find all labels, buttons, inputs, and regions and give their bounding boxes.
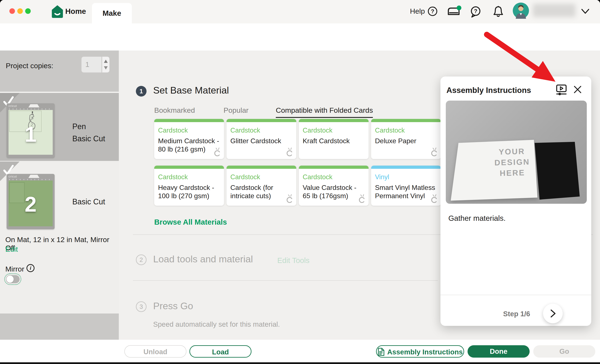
edit-mat-link[interactable]: Edit <box>5 245 18 253</box>
step-indicator: Step 1/6 <box>495 310 538 318</box>
copies-input[interactable]: 1 <box>82 57 102 73</box>
mat-2-tool-basic-cut: Basic Cut <box>72 197 105 206</box>
material-color-bar <box>154 119 224 122</box>
project-copies-section: Project copies: 1 Apply <box>0 51 119 92</box>
app-window: Home Make Help ? ? <box>0 0 600 364</box>
tab-popular[interactable]: Popular <box>224 106 248 114</box>
go-button[interactable]: Go <box>533 345 595 358</box>
material-category: Cardstock <box>158 173 188 181</box>
panel-footer-divider <box>441 295 591 295</box>
sidebar: Project copies: 1 Apply cricut <box>0 51 119 340</box>
minimize-window-icon[interactable] <box>17 8 23 14</box>
instruction-step-image: YOUR DESIGN HERE <box>446 100 587 204</box>
title-bar: Home Make Help ? ? <box>0 0 600 23</box>
your-design-here-text: YOUR DESIGN HERE <box>486 146 538 179</box>
stepper-down-icon <box>104 66 108 70</box>
material-card-glitter-cardstock[interactable]: Cardstock Glitter Cardstock <box>226 119 296 159</box>
toggle-knob <box>6 276 14 283</box>
window-bottom-edge <box>0 362 600 364</box>
material-color-bar <box>299 119 369 122</box>
step-2-badge: 2 <box>136 255 147 265</box>
material-color-bar <box>371 166 441 169</box>
instruction-caption: Gather materials. <box>448 214 506 222</box>
material-color-bar <box>226 119 296 122</box>
footer-bar: Unload Load Assembly Instructions Done G… <box>0 340 600 362</box>
video-instructions-icon[interactable] <box>555 83 568 96</box>
machine-status-icon[interactable] <box>446 5 463 18</box>
tab-make[interactable]: Make <box>92 3 132 23</box>
material-card-kraft-cardstock[interactable]: Cardstock Kraft Cardstock <box>299 119 369 159</box>
help-circle-icon[interactable]: ? <box>427 6 438 16</box>
material-card-value-cardstock[interactable]: Cardstock Value Cardstock - 65 lb (176gs… <box>299 166 369 206</box>
material-card-intricate-cardstock[interactable]: Cardstock Cardstock (for intricate cuts) <box>226 166 296 206</box>
cricut-brand-icon <box>285 194 294 204</box>
mirror-info-icon[interactable]: i <box>26 264 35 273</box>
stepper-up-icon <box>104 60 108 63</box>
assembly-instructions-label: Assembly Instructions <box>387 348 463 356</box>
svg-text:i: i <box>30 265 32 271</box>
help-menu[interactable]: Help <box>410 7 425 15</box>
svg-text:?: ? <box>474 8 477 14</box>
tab-compatible-folded-cards[interactable]: Compatible with Folded Cards <box>276 106 373 118</box>
avatar[interactable] <box>513 3 529 19</box>
material-color-bar <box>299 166 369 169</box>
panel-title: Assembly Instructions <box>446 86 531 95</box>
done-button[interactable]: Done <box>468 345 530 358</box>
step-3-subtitle: Speed automatically set for this materia… <box>153 320 280 328</box>
copies-stepper[interactable] <box>102 57 109 73</box>
close-window-icon[interactable] <box>9 8 15 14</box>
mirror-toggle[interactable] <box>4 273 21 285</box>
material-card-heavy-cardstock[interactable]: Cardstock Heavy Cardstock - 100 lb (270 … <box>154 166 224 206</box>
material-name: Smart Vinyl Matless Permanent Vinyl <box>375 183 437 200</box>
tab-bookmarked[interactable]: Bookmarked <box>154 106 195 114</box>
material-name: Cardstock (for intricate cuts) <box>230 183 292 200</box>
machine-online-badge <box>457 6 461 10</box>
step-3-title: Press Go <box>153 300 193 312</box>
mat-1-tool-basic-cut: Basic Cut <box>72 134 105 143</box>
project-header: T-Rex Birthday Card <box>0 23 600 51</box>
mat-ruler <box>9 179 52 180</box>
faq-bubble-icon[interactable]: ? <box>469 6 482 18</box>
material-color-bar <box>226 166 296 169</box>
load-button[interactable]: Load <box>189 345 252 358</box>
mat-brand-label: cricut <box>9 174 17 178</box>
edit-tools-link[interactable]: Edit Tools <box>277 256 309 265</box>
assembly-instructions-panel: Assembly Instructions YOUR DESIGN HERE G… <box>441 76 591 326</box>
step-1-title: Set Base Material <box>153 85 229 96</box>
material-card-medium-cardstock[interactable]: Cardstock Medium Cardstock - 80 lb (216 … <box>154 119 224 159</box>
unload-button[interactable]: Unload <box>124 345 187 358</box>
account-chevron-down-icon[interactable] <box>581 8 590 15</box>
mat-item-1[interactable]: cricut 1 Pen Basic Cut <box>0 92 119 161</box>
mat-item-2[interactable]: cricut 2 Basic Cut <box>0 162 119 230</box>
mat-number: 1 <box>7 124 55 145</box>
mat-settings-summary: On Mat, 12 in x 12 in Mat, Mirror Off <box>5 236 116 252</box>
cricut-brand-icon <box>429 194 438 204</box>
material-name: Heavy Cardstock - 100 lb (270 gsm) <box>158 183 220 200</box>
tab-home[interactable]: Home <box>65 7 86 16</box>
notifications-bell-icon[interactable] <box>492 5 504 18</box>
material-category: Cardstock <box>230 127 260 134</box>
mat-number: 2 <box>7 193 55 215</box>
cricut-brand-icon <box>212 147 221 157</box>
material-category: Cardstock <box>158 127 188 134</box>
next-step-button[interactable] <box>543 304 563 323</box>
material-name: Kraft Cardstock <box>303 137 365 145</box>
mat-1-thumbnail[interactable]: cricut 1 <box>7 103 55 158</box>
mat-2-thumbnail[interactable]: cricut 2 <box>7 174 55 229</box>
material-name: Medium Cardstock - 80 lb (216 gsm) <box>158 137 220 154</box>
user-name-redacted <box>533 4 575 17</box>
material-color-bar <box>154 166 224 169</box>
assembly-instructions-button[interactable]: Assembly Instructions <box>376 345 464 358</box>
close-panel-icon[interactable] <box>573 85 582 94</box>
document-icon <box>377 348 385 356</box>
home-icon[interactable] <box>51 5 63 18</box>
material-category: Cardstock <box>375 127 405 134</box>
material-card-deluxe-paper[interactable]: Cardstock Deluxe Paper <box>371 119 441 159</box>
browse-all-materials-link[interactable]: Browse All Materials <box>154 218 227 226</box>
material-category: Vinyl <box>375 173 389 181</box>
zoom-window-icon[interactable] <box>25 8 31 14</box>
svg-text:?: ? <box>431 8 434 15</box>
cricut-brand-icon <box>357 194 366 204</box>
step-1-badge: 1 <box>136 86 147 97</box>
material-card-smart-vinyl[interactable]: Vinyl Smart Vinyl Matless Permanent Viny… <box>371 166 441 206</box>
